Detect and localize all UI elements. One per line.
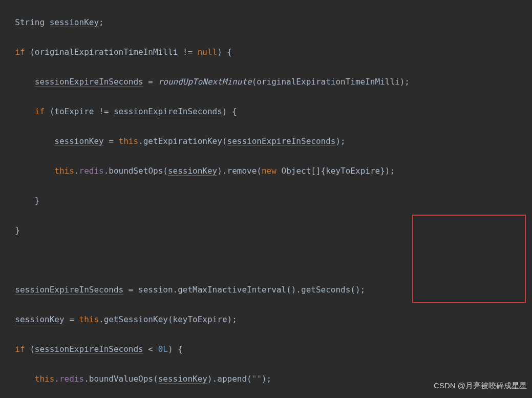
code-line: this.redis.boundSetOps(sessionKey).remov…	[5, 163, 527, 178]
keyword-if2: if	[35, 107, 45, 116]
code-line: if (sessionExpireInSeconds < 0L) {	[5, 342, 527, 357]
num-0L: 0L	[158, 344, 168, 354]
type-object: Object	[282, 166, 311, 176]
method-gsk: getSessionKey	[104, 315, 168, 324]
var-toExpire: toExpire	[54, 107, 94, 116]
var-seis: sessionExpireInSeconds	[35, 77, 143, 87]
var-kte2: keyToExpire	[173, 315, 227, 324]
code-line: sessionKey = this.getExpirationKey(sessi…	[5, 134, 527, 149]
var-seis5: sessionExpireInSeconds	[35, 344, 143, 354]
field-redis: redis	[79, 166, 104, 176]
method-gmii: getMaxInactiveInterval	[178, 285, 286, 295]
var-sk3: sessionKey	[168, 166, 217, 176]
keyword-null: null	[198, 47, 218, 57]
var-session: session	[138, 285, 173, 295]
method-remove: remove	[227, 166, 257, 176]
var-sk4: sessionKey	[15, 315, 64, 324]
keyword-this2: this	[54, 166, 74, 176]
code-line: if (originalExpirationTimeInMilli != nul…	[5, 45, 527, 59]
code-line: }	[5, 223, 527, 238]
keyword-new: new	[262, 166, 276, 176]
keyword-this: this	[119, 136, 139, 146]
keyword-if3: if	[15, 344, 25, 354]
keyword-this3: this	[79, 315, 99, 324]
code-line: }	[5, 193, 527, 208]
keyword-this4: this	[35, 374, 55, 384]
method-gs: getSeconds	[301, 285, 350, 295]
code-line: sessionKey = this.getSessionKey(keyToExp…	[5, 312, 527, 327]
field-redis2: redis	[59, 374, 84, 384]
method-bso: boundSetOps	[109, 166, 163, 176]
var-kte: keyToExpire	[326, 166, 380, 176]
keyword-if: if	[15, 47, 25, 57]
str-empty: ""	[252, 374, 262, 384]
var-seis2: sessionExpireInSeconds	[114, 107, 222, 116]
var-sk5: sessionKey	[158, 374, 207, 384]
code-editor[interactable]: String sessionKey; if (originalExpiratio…	[0, 0, 532, 398]
var-orig: originalExpirationTimeInMilli	[35, 47, 178, 57]
var-seis4: sessionExpireInSeconds	[15, 285, 123, 295]
code-line	[5, 253, 527, 267]
var-orig2: originalExpirationTimeInMilli	[257, 77, 399, 87]
var-sessionKey: sessionKey	[50, 17, 99, 27]
var-sk2: sessionKey	[54, 136, 103, 146]
code-line: sessionExpireInSeconds = session.getMaxI…	[5, 282, 527, 297]
code-line: if (toExpire != sessionExpireInSeconds) …	[5, 104, 527, 119]
method-round: roundUpToNextMinute	[158, 77, 252, 87]
type-string: String	[15, 17, 45, 27]
method-append: append	[217, 374, 247, 384]
watermark-text: CSDN @月亮被咬碎成星星	[434, 378, 527, 393]
method-gek: getExpirationKey	[143, 136, 222, 146]
code-line: sessionExpireInSeconds = roundUpToNextMi…	[5, 74, 527, 89]
method-bvo: boundValueOps	[89, 374, 153, 384]
code-line: String sessionKey;	[5, 15, 527, 30]
var-seis3: sessionExpireInSeconds	[227, 136, 336, 146]
